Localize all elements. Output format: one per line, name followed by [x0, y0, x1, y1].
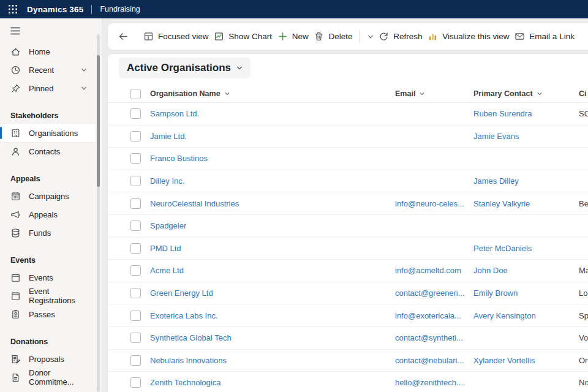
app-title[interactable]: Dynamics 365 [27, 5, 83, 14]
primary-contact-link[interactable]: John Doe [473, 266, 573, 275]
table-row[interactable]: Spadgeler [108, 215, 588, 238]
row-checkbox[interactable] [130, 198, 141, 209]
sidebar-item-events[interactable]: Events [0, 268, 96, 287]
organisation-name-link[interactable]: Franco Bustinos [150, 154, 383, 163]
sidebar-scrollbar-thumb[interactable] [97, 55, 100, 187]
city-cell: SC [579, 109, 588, 118]
column-header-city[interactable]: Ci [579, 89, 588, 98]
organisation-name-link[interactable]: Acme Ltd [150, 266, 383, 275]
sidebar-item-label: Pinned [29, 84, 53, 93]
email-link[interactable]: info@exotericala... [395, 311, 470, 320]
organisation-name-link[interactable]: Synthetica Global Tech [150, 333, 383, 342]
row-checkbox[interactable] [130, 221, 141, 231]
organisation-name-link[interactable]: PMD Ltd [150, 244, 383, 253]
row-checkbox[interactable] [130, 288, 141, 298]
email-link[interactable]: hello@zenithtech.... [395, 378, 470, 387]
row-checkbox[interactable] [130, 311, 141, 321]
focused-view-button[interactable]: Focused view [141, 28, 211, 45]
table-row[interactable]: Jamie Ltd. Jamie Evans [108, 126, 588, 148]
organisation-name-link[interactable]: Green Energy Ltd [150, 288, 383, 298]
envelope-icon [514, 31, 525, 42]
sidebar-item-donor-commitments[interactable]: Donor Commitme... [0, 368, 96, 386]
email-link[interactable]: info@acmeltd.com [395, 266, 470, 275]
sidebar-item-contacts[interactable]: Contacts [0, 142, 96, 160]
table-row[interactable]: Nebularis Innovations contact@nebulari..… [108, 350, 588, 372]
more-commands-button[interactable] [365, 30, 376, 43]
organisation-name-link[interactable]: Jamie Ltd. [150, 132, 383, 141]
row-checkbox[interactable] [130, 153, 141, 164]
back-button[interactable] [116, 28, 131, 45]
column-header-organisation-name[interactable]: Organisation Name [150, 89, 395, 98]
topbar-divider [91, 5, 92, 14]
refresh-button[interactable]: Refresh [376, 28, 424, 45]
sidebar-item-label: Proposals [29, 355, 64, 364]
sidebar-item-organisations[interactable]: Organisations [0, 124, 96, 142]
sidebar-item-appeals[interactable]: Appeals [0, 205, 96, 224]
primary-contact-link[interactable]: Stanley Valkyrie [473, 199, 573, 208]
email-link[interactable]: contact@greenen... [395, 288, 470, 298]
primary-contact-link[interactable]: Xylander Vortellis [473, 356, 573, 365]
column-header-email[interactable]: Email [395, 89, 473, 98]
table-row[interactable]: Zenith Technologica hello@zenithtech....… [108, 372, 588, 392]
row-checkbox[interactable] [130, 243, 141, 254]
table-row[interactable]: Acme Ltd info@acmeltd.com John Doe Ma [108, 260, 588, 282]
organisation-name-link[interactable]: Spadgeler [150, 221, 383, 230]
email-link[interactable]: contact@nebulari... [395, 356, 470, 365]
chevron-down-icon[interactable] [81, 67, 87, 73]
organisation-name-link[interactable]: Sampson Ltd. [150, 109, 383, 118]
hamburger-menu-icon[interactable] [0, 18, 102, 42]
primary-contact-link[interactable]: Peter McDaniels [473, 244, 573, 253]
command-bar: Focused view Show Chart New Delete Refre… [108, 23, 588, 50]
city-cell: Be [579, 199, 588, 208]
show-chart-button[interactable]: Show Chart [211, 28, 274, 45]
table-row[interactable]: Dilley Inc. James Dilley [108, 170, 588, 193]
sidebar-item-home[interactable]: Home [0, 42, 96, 61]
row-checkbox[interactable] [130, 176, 141, 186]
primary-contact-link[interactable]: James Dilley [473, 176, 573, 186]
table-row[interactable]: Franco Bustinos [108, 148, 588, 170]
row-checkbox[interactable] [130, 131, 141, 141]
row-checkbox[interactable] [130, 355, 141, 366]
table-row[interactable]: Exoterica Labs Inc. info@exotericala... … [108, 304, 588, 327]
row-checkbox[interactable] [130, 108, 141, 119]
table-row[interactable]: Green Energy Ltd contact@greenen... Emil… [108, 282, 588, 305]
primary-contact-link[interactable]: Jamie Evans [473, 132, 573, 141]
sidebar-item-passes[interactable]: Passes [0, 305, 96, 323]
visualize-view-label: Visualize this view [442, 32, 509, 41]
calendar-icon [10, 273, 21, 283]
app-launcher-icon[interactable] [4, 0, 22, 18]
sidebar-item-proposals[interactable]: Proposals [0, 350, 96, 368]
organisation-name-link[interactable]: NeuroCelestial Industries [150, 199, 383, 208]
email-link[interactable]: contact@syntheti... [395, 333, 470, 342]
column-header-primary-contact[interactable]: Primary Contact [473, 89, 579, 98]
view-title: Active Organisations [127, 62, 231, 74]
table-row[interactable]: PMD Ltd Peter McDaniels [108, 238, 588, 260]
sidebar-item-recent[interactable]: Recent [0, 61, 96, 79]
organisation-name-link[interactable]: Nebularis Innovations [150, 356, 383, 365]
table-row[interactable]: Sampson Ltd. Ruben Surendra SC [108, 103, 588, 126]
sidebar-item-event-registrations[interactable]: Event Registrations [0, 287, 96, 305]
table-row[interactable]: Synthetica Global Tech contact@syntheti.… [108, 327, 588, 350]
organisation-name-link[interactable]: Zenith Technologica [150, 378, 383, 387]
sidebar-item-campaigns[interactable]: Campaigns [0, 187, 96, 205]
row-checkbox[interactable] [130, 377, 141, 388]
primary-contact-link[interactable]: Emily Brown [473, 288, 573, 298]
email-link[interactable]: info@neuro-celes... [395, 199, 470, 208]
environment-name[interactable]: Fundraising [100, 5, 140, 13]
row-checkbox[interactable] [130, 333, 141, 343]
view-selector[interactable]: Active Organisations [119, 58, 251, 78]
delete-button[interactable]: Delete [311, 28, 355, 45]
primary-contact-link[interactable]: Avery Kensington [473, 311, 573, 320]
table-row[interactable]: NeuroCelestial Industries info@neuro-cel… [108, 192, 588, 215]
email-link-button[interactable]: Email a Link [512, 28, 577, 45]
visualize-view-button[interactable]: Visualize this view [425, 28, 511, 45]
row-checkbox[interactable] [130, 265, 141, 276]
chevron-down-icon[interactable] [81, 85, 87, 91]
new-button[interactable]: New [275, 28, 311, 45]
organisation-name-link[interactable]: Dilley Inc. [150, 176, 383, 186]
organisation-name-link[interactable]: Exoterica Labs Inc. [150, 311, 383, 320]
sidebar-item-funds[interactable]: Funds [0, 224, 96, 242]
select-all-checkbox[interactable] [130, 89, 141, 99]
primary-contact-link[interactable]: Ruben Surendra [473, 109, 573, 118]
sidebar-item-pinned[interactable]: Pinned [0, 79, 96, 97]
